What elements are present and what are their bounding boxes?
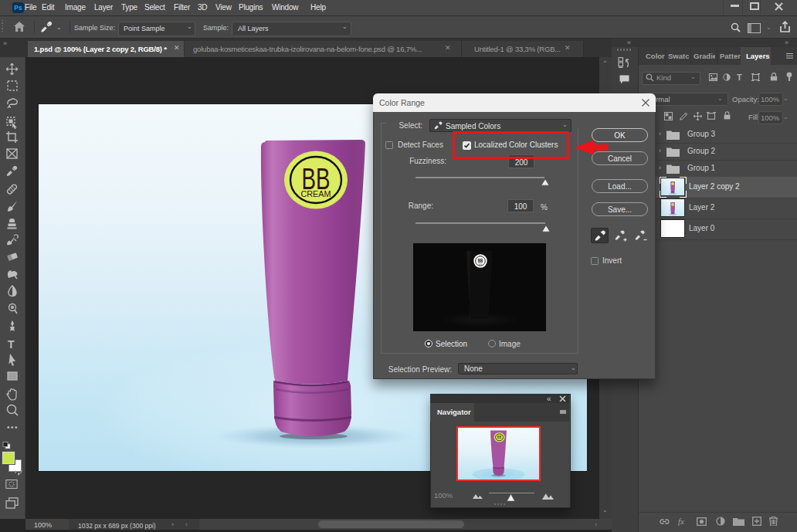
svg-text:BB: BB xyxy=(478,258,483,263)
svg-text:CREAM: CREAM xyxy=(301,189,331,198)
svg-text:BB: BB xyxy=(497,435,502,439)
